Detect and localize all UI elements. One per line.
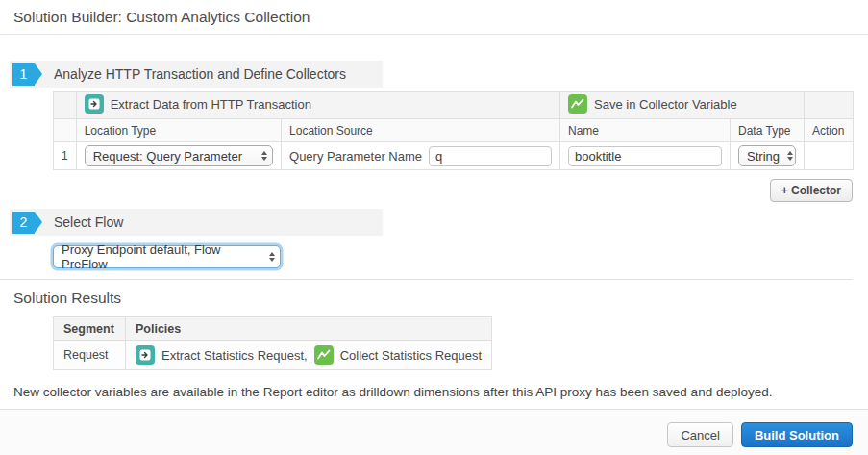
- page-title: Solution Builder: Custom Analytics Colle…: [13, 9, 853, 26]
- step2-badge: 2: [12, 212, 35, 234]
- location-type-cell: Request: Query Parameter: [76, 142, 281, 170]
- section-divider: [0, 279, 853, 280]
- footer: Cancel Build Solution: [0, 409, 868, 455]
- collect-group-header: Save in Collector Variable: [560, 92, 805, 119]
- policy-extract-label: Extract Statistics Request,: [161, 348, 308, 363]
- solution-results-title: Solution Results: [13, 290, 853, 307]
- policy-collect-label: Collect Statistics Request: [340, 348, 482, 363]
- location-type-select[interactable]: Request: Query Parameter: [85, 145, 273, 166]
- collect-policy-icon: [568, 94, 587, 114]
- column-header-location-type: Location Type: [76, 119, 281, 142]
- step2-title: Select Flow: [54, 215, 123, 230]
- extract-group-header: Extract Data from HTTP Transaction: [76, 92, 559, 119]
- results-row: Request Extract Statistics Request,: [54, 341, 492, 370]
- policies-cell: Extract Statistics Request, Collect Stat…: [126, 341, 492, 370]
- rownum-header-cell: [54, 92, 77, 119]
- add-collector-button[interactable]: + Collector: [770, 179, 853, 202]
- location-source-label: Query Parameter Name: [289, 149, 422, 164]
- collect-policy-icon: [314, 345, 334, 365]
- extract-group-label: Extract Data from HTTP Transaction: [111, 97, 311, 112]
- segment-value: Request: [54, 341, 126, 370]
- data-type-cell: String: [731, 142, 805, 170]
- cancel-button[interactable]: Cancel: [667, 422, 732, 447]
- results-column-segment: Segment: [54, 317, 126, 341]
- page-header: Solution Builder: Custom Analytics Colle…: [0, 0, 868, 35]
- column-header-location-source: Location Source: [282, 119, 560, 142]
- select-stepper-icon: [269, 252, 275, 262]
- results-column-policies: Policies: [126, 317, 492, 341]
- column-header-data-type: Data Type: [731, 119, 805, 142]
- extract-policy-icon: [85, 94, 104, 114]
- flow-select[interactable]: Proxy Endpoint default, Flow PreFlow: [53, 245, 281, 268]
- step1-header: 1 Analyze HTTP Transaction and Define Co…: [10, 61, 383, 88]
- location-source-cell: Query Parameter Name: [282, 142, 560, 170]
- select-stepper-icon: [787, 151, 793, 161]
- select-stepper-icon: [261, 151, 267, 161]
- collectors-group-header-row: Extract Data from HTTP Transaction Save …: [54, 92, 854, 119]
- collector-button-row: + Collector: [0, 179, 853, 202]
- collector-row: 1 Request: Query Parameter Query Paramet…: [54, 142, 854, 170]
- extract-policy-icon: [136, 345, 155, 365]
- collectors-column-header-row: Location Type Location Source Name Data …: [54, 119, 854, 142]
- step1-title: Analyze HTTP Transaction and Define Coll…: [54, 66, 346, 82]
- location-type-selected-value: Request: Query Parameter: [93, 149, 242, 164]
- step2-header: 2 Select Flow: [10, 209, 383, 236]
- solution-results-table: Segment Policies Request Extract Statist…: [53, 316, 492, 370]
- collect-group-label: Save in Collector Variable: [594, 97, 737, 112]
- build-solution-button[interactable]: Build Solution: [741, 422, 853, 447]
- main-content: 1 Analyze HTTP Transaction and Define Co…: [0, 35, 868, 409]
- collectors-table: Extract Data from HTTP Transaction Save …: [53, 91, 854, 170]
- action-cell: [805, 142, 854, 170]
- column-header-name: Name: [560, 119, 731, 142]
- data-type-selected-value: String: [747, 149, 780, 164]
- query-parameter-name-input[interactable]: [429, 146, 552, 166]
- deploy-note: New collector variables are available in…: [13, 385, 853, 399]
- flow-selected-value: Proxy Endpoint default, Flow PreFlow: [62, 242, 261, 271]
- column-header-action: Action: [805, 119, 854, 142]
- flow-select-wrap: Proxy Endpoint default, Flow PreFlow: [53, 240, 853, 268]
- collector-name-cell: [560, 142, 731, 170]
- step1-badge: 1: [12, 63, 35, 86]
- action-group-header-cell: [805, 92, 854, 119]
- row-number: 1: [54, 142, 77, 170]
- data-type-select[interactable]: String: [738, 145, 796, 166]
- results-header-row: Segment Policies: [54, 317, 492, 341]
- rownum-column-header: [54, 119, 77, 142]
- collector-name-input[interactable]: [568, 146, 722, 166]
